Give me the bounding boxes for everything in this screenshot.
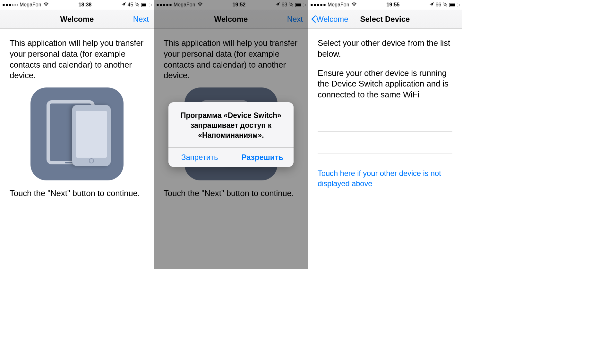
battery-icon (141, 3, 151, 7)
intro-text: This application will help you transfer … (10, 38, 144, 81)
select-instruction-2: Ensure your other device is running the … (318, 68, 452, 100)
device-list (318, 110, 452, 153)
back-button[interactable]: Welcome (311, 10, 348, 29)
clock-label: 19:52 (233, 2, 246, 8)
content-area: This application will help you transfer … (0, 29, 154, 269)
back-label: Welcome (316, 15, 348, 24)
battery-pct-label: 63 % (282, 2, 293, 8)
location-icon (276, 2, 280, 8)
chevron-left-icon (311, 15, 316, 23)
carrier-label: MegaFon (328, 2, 349, 8)
location-icon (430, 2, 434, 8)
signal-strength-icon (311, 4, 326, 6)
wifi-icon (197, 2, 203, 7)
wifi-icon (351, 2, 357, 7)
carrier-label: MegaFon (174, 2, 195, 8)
allow-button[interactable]: Разрешить (231, 148, 294, 167)
list-item[interactable] (318, 132, 452, 153)
signal-strength-icon (3, 4, 18, 6)
hint-text: Touch the "Next" button to continue. (10, 188, 144, 199)
battery-icon (295, 3, 305, 7)
wifi-icon (43, 2, 49, 7)
device-not-found-link[interactable]: Touch here if your other device is not d… (318, 168, 452, 189)
page-title: Select Device (360, 15, 410, 24)
page-title: Welcome (214, 15, 248, 24)
nav-bar: Welcome Next (154, 10, 308, 29)
signal-strength-icon (157, 4, 172, 6)
permission-alert: Программа «Device Switch» запрашивает до… (168, 102, 294, 167)
status-bar: MegaFon 19:52 63 % (154, 0, 308, 10)
battery-icon (449, 3, 459, 7)
page-title: Welcome (60, 15, 94, 24)
device-switch-icon (30, 87, 124, 180)
nav-bar: Welcome Select Device (308, 10, 462, 29)
carrier-label: MegaFon (20, 2, 41, 8)
hint-text: Touch the "Next" button to continue. (164, 188, 298, 199)
battery-pct-label: 66 % (436, 2, 447, 8)
next-button[interactable]: Next (287, 10, 303, 29)
select-instruction-1: Select your other device from the list b… (318, 38, 452, 60)
deny-button[interactable]: Запретить (168, 148, 231, 167)
intro-text: This application will help you transfer … (164, 38, 298, 81)
nav-bar: Welcome Next (0, 10, 154, 29)
location-icon (122, 2, 126, 8)
content-area: Select your other device from the list b… (308, 29, 462, 269)
screen-select-device: MegaFon 19:55 66 % Welcome Select Device… (308, 0, 462, 269)
clock-label: 18:38 (79, 2, 92, 8)
next-button[interactable]: Next (133, 10, 149, 29)
alert-message: Программа «Device Switch» запрашивает до… (168, 102, 294, 147)
clock-label: 19:55 (387, 2, 400, 8)
status-bar: MegaFon 19:55 66 % (308, 0, 462, 10)
screen-welcome-alert: MegaFon 19:52 63 % Welcome Next This app… (154, 0, 308, 269)
list-item[interactable] (318, 110, 452, 132)
battery-pct-label: 45 % (128, 2, 139, 8)
status-bar: MegaFon 18:38 45 % (0, 0, 154, 10)
screen-welcome: MegaFon 18:38 45 % Welcome Next This app… (0, 0, 154, 269)
